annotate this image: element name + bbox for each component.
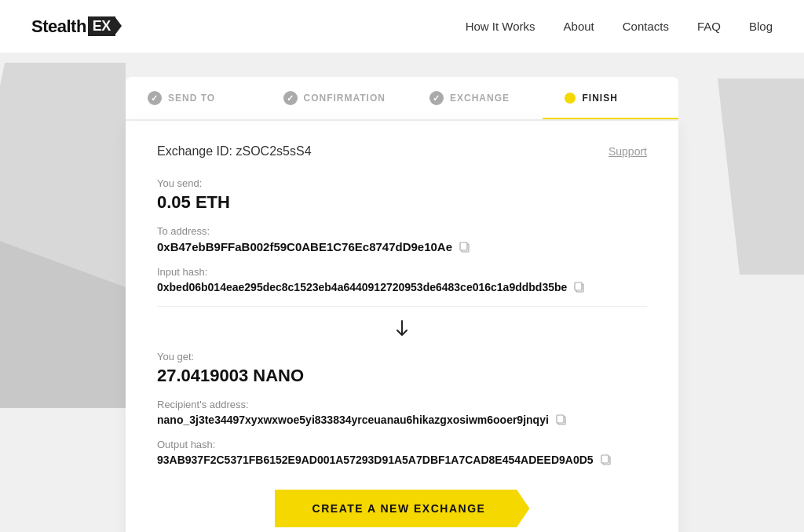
step-label-send-to: SEND TO [168, 93, 215, 104]
copy-output-hash-icon[interactable] [600, 454, 612, 466]
arrow-down [157, 319, 647, 338]
logo[interactable]: Stealth EX [31, 16, 115, 37]
step-icon-finish [565, 93, 576, 104]
output-hash-label: Output hash: [157, 439, 647, 450]
you-send-value: 0.05 ETH [157, 192, 647, 213]
step-label-finish: FINISH [582, 93, 617, 104]
step-icon-exchange: ✓ [429, 91, 444, 105]
nav-how-it-works[interactable]: How It Works [466, 20, 535, 33]
svg-rect-7 [601, 455, 608, 463]
svg-rect-5 [557, 415, 564, 423]
divider [157, 306, 647, 307]
to-address-row: 0xB47ebB9FFaB002f59C0ABE1C76Ec8747dD9e10… [157, 240, 647, 253]
support-link[interactable]: Support [608, 145, 647, 158]
card: Exchange ID: zSOC2s5sS4 Support You send… [126, 121, 678, 532]
steps-bar: ✓ SEND TO ✓ CONFIRMATION ✓ EXCHANGE FINI… [126, 77, 678, 121]
nav-contacts[interactable]: Contacts [623, 20, 669, 33]
step-icon-send-to: ✓ [148, 91, 162, 105]
step-send-to: ✓ SEND TO [126, 77, 261, 119]
output-hash-row: 93AB937F2C5371FB6152E9AD001A57293D91A5A7… [157, 454, 647, 466]
step-confirmation: ✓ CONFIRMATION [261, 77, 407, 119]
recipient-address-label: Recipient's address: [157, 399, 647, 410]
step-finish: FINISH [543, 78, 678, 118]
step-icon-confirmation: ✓ [283, 91, 298, 105]
nav-about[interactable]: About [564, 20, 594, 33]
nav-faq[interactable]: FAQ [697, 20, 721, 33]
copy-to-address-icon[interactable] [459, 241, 471, 253]
you-send-label: You send: [157, 177, 647, 189]
create-exchange-button[interactable]: CREATE A NEW EXCHANGE [275, 490, 530, 527]
you-get-value: 27.0419003 NANO [157, 366, 647, 386]
step-label-exchange: EXCHANGE [450, 93, 510, 104]
nav: How It Works About Contacts FAQ Blog [466, 20, 773, 33]
output-hash-value: 93AB937F2C5371FB6152E9AD001A57293D91A5A7… [157, 454, 594, 466]
step-exchange: ✓ EXCHANGE [407, 77, 543, 119]
nav-blog[interactable]: Blog [749, 20, 773, 33]
svg-rect-3 [575, 282, 582, 290]
exchange-id: Exchange ID: zSOC2s5sS4 [157, 144, 312, 159]
logo-box: EX [88, 16, 115, 36]
to-address-value: 0xB47ebB9FFaB002f59C0ABE1C76Ec8747dD9e10… [157, 240, 452, 253]
input-hash-label: Input hash: [157, 266, 647, 278]
input-hash-row: 0xbed06b014eae295dec8c1523eb4a6440912720… [157, 281, 647, 293]
you-get-label: You get: [157, 351, 647, 363]
main-content: ✓ SEND TO ✓ CONFIRMATION ✓ EXCHANGE FINI… [0, 53, 804, 532]
svg-rect-1 [460, 242, 467, 250]
input-hash-value: 0xbed06b014eae295dec8c1523eb4a6440912720… [157, 281, 567, 293]
to-address-label: To address: [157, 225, 647, 237]
recipient-address-row: nano_3j3te34497xyxwxwoe5yi833834yrceuana… [157, 414, 647, 426]
button-row: CREATE A NEW EXCHANGE [157, 490, 647, 527]
arrow-down-icon [394, 319, 410, 338]
step-label-confirmation: CONFIRMATION [304, 93, 386, 104]
logo-text: Stealth [31, 16, 86, 37]
recipient-address-value: nano_3j3te34497xyxwxwoe5yi833834yrceuana… [157, 414, 549, 426]
copy-recipient-address-icon[interactable] [555, 414, 568, 426]
copy-input-hash-icon[interactable] [573, 281, 586, 293]
exchange-id-row: Exchange ID: zSOC2s5sS4 Support [157, 144, 647, 159]
header: Stealth EX How It Works About Contacts F… [0, 0, 804, 53]
